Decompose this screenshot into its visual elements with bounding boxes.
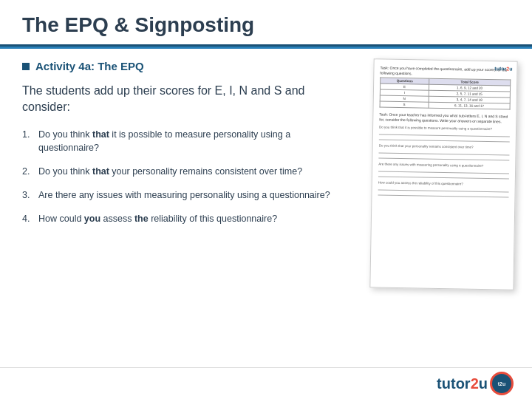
- tutor2u-branding: tutor2u t2u: [437, 372, 514, 395]
- list-item: 1. Do you think that it is possible to m…: [22, 128, 340, 154]
- brand-circle-inner: t2u: [492, 374, 511, 393]
- main-content: Activity 4a: The EPQ The students add up…: [0, 49, 532, 367]
- bottom-bar: tutor2u t2u: [0, 367, 532, 399]
- bullet-icon: [22, 63, 30, 70]
- ws-question-block: How could you assess the reliability of …: [378, 180, 508, 197]
- activity-label: Activity 4a: The EPQ: [22, 60, 340, 72]
- question-number: 2.: [22, 165, 38, 178]
- right-panel: tutor2u Task: Once you have completed th…: [362, 49, 532, 367]
- question-number: 1.: [22, 128, 38, 154]
- worksheet-card: tutor2u Task: Once you have completed th…: [369, 58, 517, 290]
- activity-label-text: Activity 4a: The EPQ: [35, 60, 144, 72]
- brand-circle-text: t2u: [498, 381, 506, 386]
- ws-task1-title: Task: Once you have completed the questi…: [380, 65, 511, 77]
- question-text: Do you think that your personality remai…: [38, 165, 340, 178]
- brand-circle: t2u: [490, 372, 514, 395]
- question-number: 3.: [22, 188, 38, 202]
- question-text: Do you think that it is possible to meas…: [38, 128, 340, 154]
- left-panel: Activity 4a: The EPQ The students add up…: [0, 49, 362, 367]
- list-item: 3. Are there any issues with measuring p…: [22, 188, 340, 202]
- ws-table: Questions Total Score E 1, 6, 9, 12 and …: [379, 77, 511, 109]
- ws-question-block: Are there any issues with measuring pers…: [378, 162, 508, 179]
- tutor2u-logo-small: tutor2u: [494, 66, 512, 71]
- questions-list: 1. Do you think that it is possible to m…: [22, 128, 340, 226]
- header: The EPQ & Signposting: [0, 0, 532, 47]
- ws-cell: S: [380, 101, 429, 108]
- question-text: Are there any issues with measuring pers…: [38, 188, 340, 202]
- table-row: S 6, 11, 13, 16 and 17: [380, 101, 510, 109]
- ws-task2-title: Task: Once your teacher has informed you…: [379, 112, 510, 124]
- page-title: The EPQ & Signposting: [22, 13, 510, 37]
- page: The EPQ & Signposting Activity 4a: The E…: [0, 0, 532, 399]
- list-item: 4. How could you assess the reliability …: [22, 212, 340, 225]
- intro-text: The students add up their scores for E, …: [22, 83, 340, 116]
- ws-question-block: Do you think that it is possible to meas…: [378, 125, 509, 142]
- brand-text: tutor2u: [437, 375, 488, 392]
- question-text: How could you assess the reliability of …: [38, 212, 340, 225]
- ws-question-block: Do you think that your personality remai…: [378, 143, 509, 160]
- question-number: 4.: [22, 212, 38, 225]
- ws-cell: 6, 11, 13, 16 and 17: [429, 102, 510, 109]
- list-item: 2. Do you think that your personality re…: [22, 165, 340, 178]
